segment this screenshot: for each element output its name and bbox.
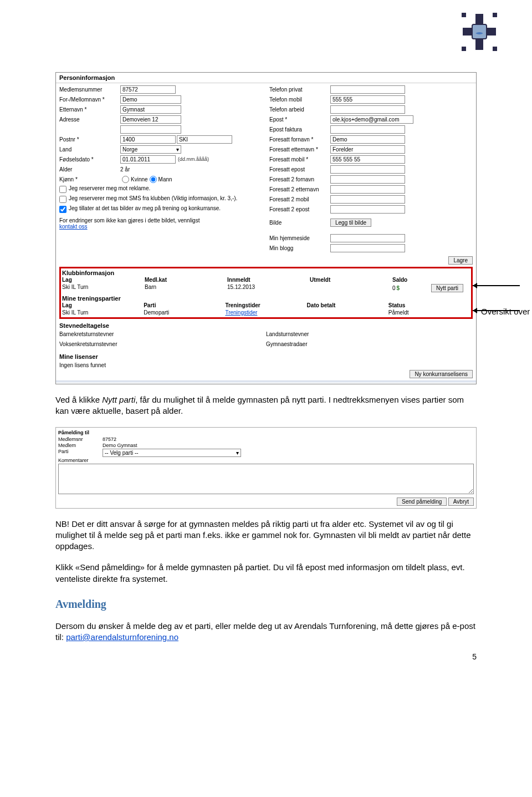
lisens-title: Mine lisenser xyxy=(59,353,473,360)
postnr-input[interactable] xyxy=(120,135,176,144)
foresatt-mobil-input[interactable] xyxy=(330,155,405,164)
fodselsdato-input[interactable] xyxy=(120,155,176,164)
foresatt2-epost-input[interactable] xyxy=(330,205,405,214)
para-nytt-parti: Ved å klikke Nytt parti, får du mulighet… xyxy=(55,394,477,417)
chevron-down-icon: ▾ xyxy=(176,146,179,153)
svg-rect-5 xyxy=(462,47,466,51)
foresatt2-mobil-input[interactable] xyxy=(330,195,405,204)
page-number: 5 xyxy=(472,652,477,661)
foresatt2-fornavn-input[interactable] xyxy=(330,175,405,184)
stevne-title: Stevnedeltagelse xyxy=(59,322,473,329)
arrow-icon xyxy=(473,285,520,286)
dollar-icon: $ xyxy=(397,285,400,291)
svg-rect-2 xyxy=(472,24,487,39)
kontakt-oss-link[interactable]: kontakt oss xyxy=(59,224,88,230)
avmelding-heading: Avmelding xyxy=(55,598,477,611)
medlemsnummer-input[interactable] xyxy=(120,85,176,94)
pamelding-title: Påmelding til xyxy=(58,430,474,435)
klubbinfo-title: Klubbinformasjon xyxy=(62,270,470,276)
lagre-button[interactable]: Lagre xyxy=(448,256,473,265)
personinfo-title: Personinformasjon xyxy=(56,73,476,83)
treningspartier-title: Mine treningspartier xyxy=(62,295,470,302)
kommentarer-textarea[interactable] xyxy=(58,464,474,494)
nytt-parti-button[interactable]: Nytt parti xyxy=(431,284,463,292)
send-pamelding-button[interactable]: Send påmelding xyxy=(397,498,447,506)
parti-select[interactable]: -- Velg parti --▾ xyxy=(103,449,241,457)
alder-text: 2 år xyxy=(120,166,130,172)
lisens-none: Ingen lisens funnet xyxy=(59,360,473,370)
pamelding-screenshot: Påmelding til Medlemsnr87572 MedlemDemo … xyxy=(55,427,477,509)
legg-til-bilde-button[interactable]: Legg til bilde xyxy=(330,219,371,227)
mann-radio[interactable] xyxy=(150,176,157,183)
para-send: Klikk «Send påmelding» for å melde gymna… xyxy=(55,562,477,585)
para-nb: NB! Det er ditt ansvar å sørge for at gy… xyxy=(55,519,477,552)
etternavn-input[interactable] xyxy=(120,105,181,114)
adresse2-input[interactable] xyxy=(120,125,181,134)
epost-input[interactable] xyxy=(330,115,413,124)
svg-rect-6 xyxy=(493,47,497,51)
personinfo-screenshot: Personinformasjon Medlemsnummer For-/Mel… xyxy=(55,72,477,384)
svg-rect-3 xyxy=(462,13,466,17)
foresatt-epost-input[interactable] xyxy=(330,165,405,174)
ny-lisens-button[interactable]: Ny konkurranselisens xyxy=(410,370,473,378)
sms-checkbox[interactable] xyxy=(59,196,66,203)
fornavn-input[interactable] xyxy=(120,95,181,104)
annotation-oversikt: Oversikt over eksisterende parti(er) xyxy=(481,307,532,316)
klubb-row: Ski IL Turn Barn 15.12.2013 0$ Nytt part… xyxy=(62,283,470,293)
blogg-input[interactable] xyxy=(330,244,405,252)
foresatt-etternavn-input[interactable] xyxy=(330,145,405,154)
avbryt-button[interactable]: Avbryt xyxy=(448,498,474,506)
adresse-input[interactable] xyxy=(120,115,181,124)
land-select[interactable]: Norge▾ xyxy=(120,145,181,154)
chevron-down-icon: ▾ xyxy=(236,450,239,456)
reklame-checkbox[interactable] xyxy=(59,186,66,193)
bilder-checkbox[interactable] xyxy=(59,206,66,213)
avmelding-email-link[interactable]: parti@arendalsturnforening.no xyxy=(66,632,178,642)
epost-faktura-input[interactable] xyxy=(330,125,405,134)
hjemmeside-input[interactable] xyxy=(330,234,405,242)
club-logo xyxy=(460,11,499,53)
para-avmelding: Dersom du ønsker å melde deg av et parti… xyxy=(55,621,477,643)
trening-row: Ski IL Turn Demoparti Treningstider Påme… xyxy=(62,309,470,316)
treningstider-link[interactable]: Treningstider xyxy=(225,309,257,316)
klubbinfo-highlight: Klubbinformasjon Lag Medl.kat Innmeldt U… xyxy=(59,267,473,319)
tlf-privat-input[interactable] xyxy=(330,85,405,94)
foresatt2-etternavn-input[interactable] xyxy=(330,185,405,194)
foresatt-fornavn-input[interactable] xyxy=(330,135,405,144)
svg-rect-4 xyxy=(493,13,497,17)
tlf-mobil-input[interactable] xyxy=(330,95,405,104)
tlf-arbeid-input[interactable] xyxy=(330,105,405,114)
kvinne-radio[interactable] xyxy=(122,176,129,183)
